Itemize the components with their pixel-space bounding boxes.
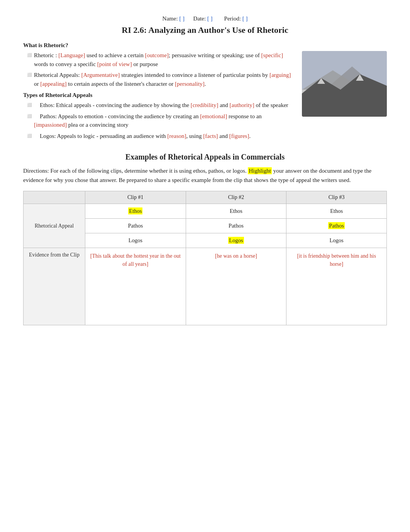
b1-red1: [Language] (58, 52, 85, 58)
clip1-evidence: [This talk about the hottest year in the… (90, 253, 181, 267)
clip1-ethos: Ethos (85, 204, 186, 219)
period-label: Period: (224, 15, 241, 22)
logos-bullet: Logos: Appeals to logic - persuading an … (27, 132, 294, 141)
table-header-row: Clip #1 Clip #2 Clip #3 (24, 191, 387, 204)
rhetoric-bullet-2: Rhetorical Appeals: [Argumentative] stra… (27, 71, 294, 88)
clip2-evidence: [he was on a horse] (215, 253, 257, 259)
clip3-pathos-highlighted: Pathos (328, 222, 345, 229)
clip1-logos: Logos (85, 233, 186, 248)
directions-highlight: Highlight (248, 167, 272, 174)
b1-red4: [point of view] (97, 61, 132, 67)
ethos-mid: and (218, 102, 229, 108)
logos-red2: [facts] (203, 133, 218, 139)
rhetoric-bullet-list: Rhetoric : [Language] used to achieve a … (23, 51, 294, 88)
clip1-evidence-cell: [This talk about the hottest year in the… (85, 248, 186, 325)
section2-heading: Types of Rhetorical Appeals (23, 92, 294, 99)
logos-red1: [reason] (167, 133, 186, 139)
date-bracket: [ ] (207, 15, 213, 22)
header-col3: Clip #3 (286, 191, 387, 204)
b2-mid2: or (34, 81, 40, 87)
b2-mid3: to certain aspects of the listener's cha… (67, 81, 175, 87)
logos-red3: [figures] (229, 133, 249, 139)
types-bullet-list: Ethos: Ethical appeals - convincing the … (23, 101, 294, 140)
rhetoric-bullet-1: Rhetoric : [Language] used to achieve a … (27, 51, 294, 68)
pathos-text-before: Pathos: Appeals to emotion - convincing … (40, 113, 200, 119)
rhetorical-appeal-table: Clip #1 Clip #2 Clip #3 Rhetorical Appea… (23, 191, 387, 325)
b1-mid1: used to achieve a certain (85, 52, 145, 58)
row-label-evidence: Evidence from the Clip (24, 248, 85, 325)
b2-red1: [Argumentative] (81, 72, 120, 78)
name-bracket: [ ] (179, 15, 185, 22)
row-label-appeal: Rhetorical Appeal (24, 204, 85, 248)
clip1-pathos: Pathos (85, 219, 186, 233)
clip2-evidence-cell: [he was on a horse] (186, 248, 286, 325)
b2-end: . (205, 81, 206, 87)
b1-mid2: ; persuasive writing or speaking; use of (169, 52, 261, 58)
b2-red3: [appealing] (40, 81, 66, 87)
clip1-ethos-highlighted: Ethos (128, 207, 142, 214)
header-meta: Name: [ ] Date: [ ] Period: [ ] (23, 15, 387, 22)
header-col0 (24, 191, 85, 204)
directions-text: Directions: For each of the following cl… (23, 166, 387, 185)
name-label: Name: (163, 15, 178, 22)
ethos-red2: [authority] (230, 102, 254, 108)
ethos-red1: [credibility] (191, 102, 219, 108)
date-label: Date: (193, 15, 206, 22)
b2-red2: [arguing] (269, 72, 291, 78)
evidence-row: Evidence from the Clip [This talk about … (24, 248, 387, 325)
clip3-evidence-cell: [it is friendship between him and his ho… (286, 248, 387, 325)
clip2-logos-highlighted: Logos (228, 237, 244, 244)
image-placeholder (302, 51, 387, 117)
logos-mid: , using (186, 133, 203, 139)
b1-mid3: words to convey a specific (34, 61, 97, 67)
clip2-pathos: Pathos (186, 219, 286, 233)
section3-title: Examples of Rhetorical Appeals in Commer… (23, 153, 387, 161)
ethos-end: of the speaker (254, 102, 288, 108)
clip2-logos: Logos (186, 233, 286, 248)
b1-red3: [specific] (261, 52, 283, 58)
b2-red4: [personality] (175, 81, 205, 87)
logos-mid2: and (218, 133, 229, 139)
b2-before: Rhetorical Appeals: (34, 72, 81, 78)
pathos-bullet: Pathos: Appeals to emotion - convincing … (27, 112, 294, 129)
b1-before: Rhetoric : (34, 52, 58, 58)
pathos-red2: [impassioned] (34, 122, 67, 128)
clip3-evidence: [it is friendship between him and his ho… (297, 253, 376, 267)
content-area: Rhetoric : [Language] used to achieve a … (23, 51, 387, 143)
text-content: Rhetoric : [Language] used to achieve a … (23, 51, 294, 143)
pathos-mid: response to an (227, 113, 262, 119)
logos-end: . (249, 133, 251, 139)
ethos-bullet: Ethos: Ethical appeals - convincing the … (27, 101, 294, 110)
pathos-red1: [emotional] (200, 113, 227, 119)
page-title: RI 2.6: Analyzing an Author's Use of Rhe… (23, 25, 387, 35)
header-col2: Clip #2 (186, 191, 286, 204)
header-col1: Clip #1 (85, 191, 186, 204)
clip3-logos: Logos (286, 233, 387, 248)
b1-end: or purpose (132, 61, 158, 67)
clip3-ethos: Ethos (286, 204, 387, 219)
logos-text-before: Logos: Appeals to logic - persuading an … (40, 133, 167, 139)
section1-heading: What is Rhetoric? (23, 42, 387, 49)
clip2-ethos: Ethos (186, 204, 286, 219)
ethos-text-before: Ethos: Ethical appeals - convincing the … (40, 102, 191, 108)
b2-mid1: strategies intended to convince a listen… (120, 72, 269, 78)
clip3-pathos: Pathos (286, 219, 387, 233)
period-bracket: [ ] (242, 15, 248, 22)
b1-red2: [outcome] (145, 52, 169, 58)
ethos-row: Rhetorical Appeal Ethos Ethos Ethos (24, 204, 387, 219)
pathos-end: plea or a convincing story (67, 122, 129, 128)
directions-before: Directions: For each of the following cl… (23, 168, 248, 174)
